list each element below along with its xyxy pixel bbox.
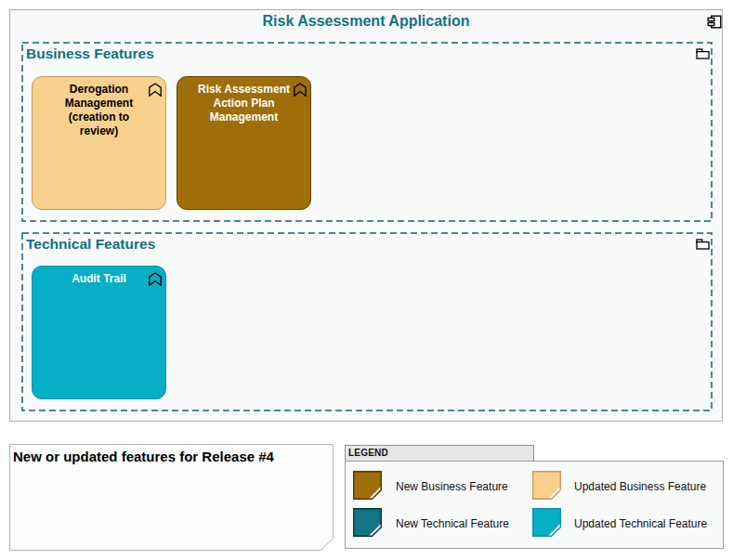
- feature-derogation-management[interactable]: Derogation Management (creation to revie…: [32, 76, 166, 210]
- application-title: Risk Assessment Application: [9, 13, 723, 30]
- legend-label-new-business: New Business Feature: [396, 480, 508, 493]
- feature-name: Audit Trail: [50, 272, 149, 286]
- legend-swatch-updated-technical: [532, 508, 561, 537]
- legend-swatch-updated-business: [532, 471, 561, 500]
- folder-icon: [696, 239, 710, 250]
- component-icon: [707, 15, 722, 29]
- feature-audit-trail[interactable]: Audit Trail: [32, 266, 166, 399]
- group-business-features[interactable]: Business Features Derogation Management …: [21, 42, 713, 222]
- feature-name: Risk Assessment Action Plan Management: [195, 83, 294, 124]
- bookmark-icon: [149, 272, 162, 286]
- group-business-label: Business Features: [26, 46, 154, 62]
- bookmark-icon: [294, 83, 307, 97]
- legend-swatch-new-technical: [353, 508, 382, 537]
- folder-icon: [696, 48, 710, 59]
- group-technical-features[interactable]: Technical Features Audit Trail: [21, 232, 713, 411]
- group-technical-label: Technical Features: [26, 236, 155, 253]
- feature-name: Derogation Management (creation to revie…: [50, 83, 149, 138]
- legend-swatch-new-business: [353, 471, 382, 500]
- legend-title: LEGEND: [348, 448, 388, 458]
- legend-label-updated-technical: Updated Technical Feature: [574, 517, 707, 530]
- legend-label-new-technical: New Technical Feature: [396, 517, 509, 530]
- legend-label-updated-business: Updated Business Feature: [574, 480, 706, 493]
- feature-risk-assessment-action-plan[interactable]: Risk Assessment Action Plan Management: [177, 76, 311, 210]
- bookmark-icon: [149, 83, 162, 97]
- note-text: New or updated features for Release #4: [13, 449, 320, 465]
